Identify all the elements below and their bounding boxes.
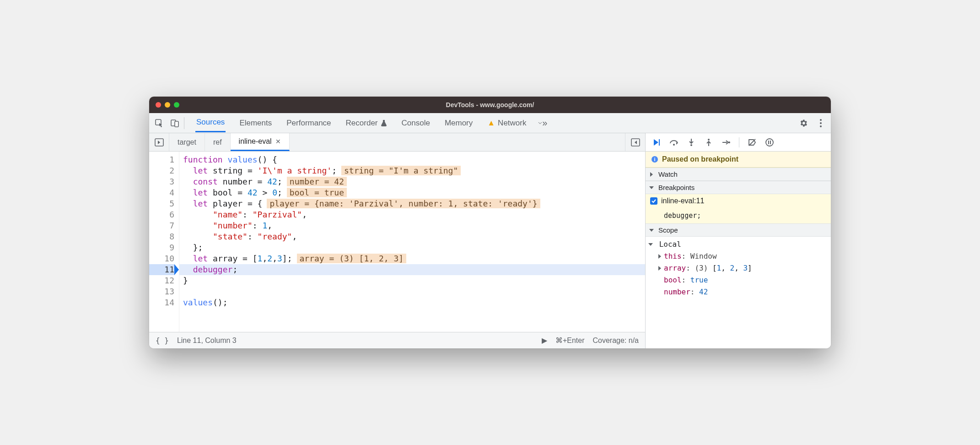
code-line[interactable]: } [179, 275, 645, 286]
svg-text:i: i [654, 157, 655, 162]
code-line[interactable]: let string = 'I\'m a string';string = "I… [179, 165, 645, 176]
close-window-button[interactable] [156, 102, 161, 108]
file-tab-bar: target ref inline-eval ✕ [149, 133, 645, 152]
chevron-down-icon [649, 229, 654, 232]
code-line[interactable]: debugger; [179, 264, 645, 275]
scope-local-header[interactable]: Local [649, 239, 827, 250]
window-title: DevTools - www.google.com/ [149, 101, 831, 109]
breakpoint-label: inline-eval:11 [661, 197, 704, 205]
inline-value-hint: array = (3) [1, 2, 3] [297, 254, 407, 263]
inline-value-hint: player = {name: 'Parzival', number: 1, s… [267, 199, 540, 208]
title-bar: DevTools - www.google.com/ [149, 97, 831, 113]
step-into-icon[interactable] [687, 138, 696, 147]
code-line[interactable]: }; [179, 242, 645, 253]
code-line[interactable]: let array = [1,2,3];array = (3) [1, 2, 3… [179, 253, 645, 264]
step-icon[interactable] [722, 138, 731, 147]
code-lines[interactable]: function values() { let string = 'I\'m a… [179, 152, 645, 332]
inline-value-hint: string = "I'm a string" [341, 166, 461, 175]
scope-local: Local this: Windowarray: (3) [1, 2, 3]bo… [646, 237, 831, 303]
tab-elements[interactable]: Elements [238, 114, 273, 132]
more-file-actions-icon[interactable] [625, 133, 645, 151]
paused-text: Paused on breakpoint [662, 155, 738, 163]
scope-variable[interactable]: this: Window [658, 250, 827, 262]
navigator-toggle-icon[interactable] [149, 133, 169, 151]
cursor-position: Line 11, Column 3 [177, 336, 237, 345]
device-toggle-icon[interactable] [170, 119, 179, 128]
code-line[interactable]: values(); [179, 297, 645, 308]
code-editor[interactable]: 1234567891011121314 function values() { … [149, 152, 645, 332]
close-tab-icon[interactable]: ✕ [275, 138, 281, 145]
code-line[interactable]: "name": "Parzival", [179, 209, 645, 220]
inline-value-hint: bool = true [287, 188, 347, 197]
chevron-right-icon [650, 172, 653, 177]
breakpoint-code: debugger; [646, 208, 831, 223]
coverage-status: Coverage: n/a [592, 336, 639, 345]
editor-statusbar: { } Line 11, Column 3 ▶ ⌘+Enter Coverage… [149, 332, 645, 348]
debugger-pane: i Paused on breakpoint Watch Breakpoints… [646, 133, 831, 348]
tab-memory[interactable]: Memory [444, 114, 474, 132]
line-gutter[interactable]: 1234567891011121314 [149, 152, 179, 332]
svg-rect-16 [770, 141, 771, 144]
svg-line-13 [749, 139, 755, 146]
run-snippet-icon[interactable]: ▶ [542, 336, 547, 345]
minimize-window-button[interactable] [165, 102, 170, 108]
tab-sources[interactable]: Sources [195, 114, 226, 132]
settings-icon[interactable] [799, 119, 808, 128]
file-tab-inline-eval[interactable]: inline-eval ✕ [231, 133, 290, 151]
step-out-icon[interactable] [704, 138, 713, 147]
scope-variable[interactable]: array: (3) [1, 2, 3] [658, 262, 827, 274]
deactivate-breakpoints-icon[interactable] [748, 138, 757, 147]
breakpoints-section-header[interactable]: Breakpoints [646, 181, 831, 194]
kebab-menu-icon[interactable] [816, 119, 825, 128]
breakpoint-checkbox[interactable] [650, 197, 657, 205]
inspect-element-icon[interactable] [155, 119, 164, 128]
tab-performance[interactable]: Performance [285, 114, 332, 132]
svg-point-5 [820, 125, 822, 127]
chevron-right-icon [658, 254, 661, 259]
flask-icon [381, 119, 387, 127]
more-tabs-icon[interactable]: » [538, 119, 547, 128]
svg-rect-15 [768, 141, 769, 144]
code-line[interactable]: "number": 1, [179, 220, 645, 231]
panel-tabs: Sources Elements Performance Recorder Co… [195, 114, 527, 132]
file-tab-target[interactable]: target [169, 133, 205, 151]
tab-console[interactable]: Console [401, 114, 431, 132]
breakpoint-row[interactable]: inline-eval:11 [646, 194, 831, 208]
svg-point-3 [820, 119, 822, 121]
code-line[interactable]: let bool = 42 > 0;bool = true [179, 187, 645, 198]
pretty-print-icon[interactable]: { } [156, 336, 169, 345]
pause-on-exceptions-icon[interactable] [765, 138, 774, 147]
debugger-toolbar [646, 133, 831, 152]
scope-section-header[interactable]: Scope [646, 223, 831, 237]
code-line[interactable] [179, 286, 645, 297]
window-controls [156, 102, 179, 108]
scope-variable[interactable]: bool: true [658, 274, 827, 286]
resume-icon[interactable] [652, 138, 661, 147]
step-over-icon[interactable] [669, 138, 678, 147]
code-line[interactable]: "state": "ready", [179, 231, 645, 242]
info-icon: i [651, 156, 658, 163]
run-snippet-shortcut: ⌘+Enter [555, 336, 585, 345]
svg-point-10 [690, 144, 692, 146]
code-line[interactable]: function values() { [179, 154, 645, 165]
tab-recorder[interactable]: Recorder [345, 114, 388, 132]
svg-point-12 [728, 141, 730, 143]
scope-variable[interactable]: number: 42 [658, 286, 827, 298]
tab-network[interactable]: ▲ Network [486, 114, 527, 132]
chevron-right-icon [658, 266, 661, 271]
svg-point-14 [766, 139, 773, 146]
chevron-down-icon [648, 243, 653, 246]
svg-point-9 [673, 144, 675, 146]
file-tab-ref[interactable]: ref [205, 133, 231, 151]
warning-icon: ▲ [487, 119, 495, 128]
inline-value-hint: number = 42 [287, 177, 347, 186]
code-line[interactable]: const number = 42;number = 42 [179, 176, 645, 187]
code-line[interactable]: let player = {player = {name: 'Parzival'… [179, 198, 645, 209]
watch-section-header[interactable]: Watch [646, 168, 831, 181]
chevron-down-icon [649, 186, 654, 189]
editor-pane: target ref inline-eval ✕ 123456789101112… [149, 133, 646, 348]
maximize-window-button[interactable] [174, 102, 179, 108]
devtools-window: DevTools - www.google.com/ Sources Eleme… [149, 97, 831, 348]
svg-rect-8 [659, 139, 660, 146]
svg-point-4 [820, 122, 822, 124]
